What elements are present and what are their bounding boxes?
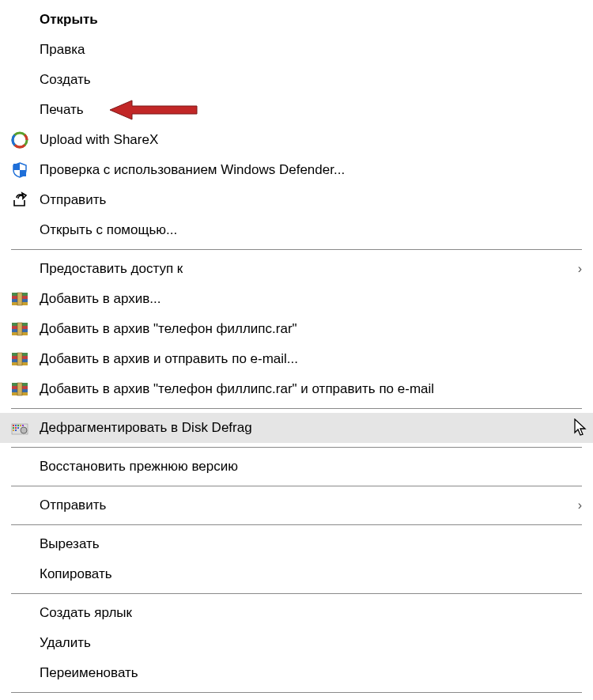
svg-point-41 [21, 427, 27, 433]
menu-item-label: Создать [40, 72, 582, 88]
defrag-icon [11, 419, 40, 437]
winrar-icon [11, 320, 40, 338]
menu-item-label: Открыть [40, 12, 582, 28]
menu-item-label: Отправить [40, 192, 582, 208]
menu-item[interactable]: Вырезать [0, 529, 593, 559]
winrar-icon [11, 380, 40, 398]
menu-item-label: Удалить [40, 635, 582, 651]
menu-item[interactable]: Переименовать [0, 658, 593, 688]
menu-separator [11, 408, 582, 409]
menu-item[interactable]: Отправить [0, 185, 593, 215]
menu-item-label: Отправить [40, 498, 566, 513]
menu-item[interactable]: Добавить в архив и отправить по e-mail..… [0, 344, 593, 374]
chevron-right-icon: › [566, 262, 582, 276]
winrar-icon [11, 290, 40, 308]
menu-item-label: Правка [40, 42, 582, 58]
svg-rect-35 [22, 425, 24, 426]
defender-icon [11, 161, 40, 179]
svg-rect-33 [17, 425, 19, 426]
context-menu: ОткрытьПравкаСоздатьПечатьUpload with Sh… [0, 0, 593, 700]
menu-item-label: Открыть с помощью... [40, 222, 582, 238]
menu-item[interactable]: Свойства [0, 697, 593, 700]
menu-item[interactable]: Добавить в архив "телефон филлипс.rar" [0, 314, 593, 344]
svg-rect-34 [20, 425, 21, 426]
menu-item[interactable]: Upload with ShareX [0, 125, 593, 155]
menu-item[interactable]: Добавить в архив... [0, 284, 593, 314]
menu-item[interactable]: Копировать [0, 559, 593, 589]
svg-rect-4 [13, 164, 20, 170]
menu-item[interactable]: Отправить› [0, 490, 593, 520]
chevron-right-icon: › [566, 498, 582, 513]
svg-rect-29 [17, 383, 22, 395]
share-out-icon [11, 191, 40, 209]
menu-separator [11, 524, 582, 525]
menu-item-label: Добавить в архив "телефон филлипс.rar" и… [40, 381, 582, 397]
menu-item-label: Переименовать [40, 665, 582, 681]
winrar-icon [11, 350, 40, 368]
menu-item[interactable]: Открыть с помощью... [0, 215, 593, 245]
menu-item[interactable]: Предоставить доступ к› [0, 254, 593, 284]
svg-rect-31 [13, 425, 14, 426]
menu-item-label: Предоставить доступ к [40, 261, 566, 277]
menu-item-label: Upload with ShareX [40, 132, 582, 148]
svg-rect-36 [13, 427, 14, 429]
menu-separator [11, 593, 582, 594]
menu-item[interactable]: Удалить [0, 628, 593, 658]
menu-item-label: Создать ярлык [40, 605, 582, 621]
menu-item-label: Добавить в архив... [40, 291, 582, 307]
menu-item[interactable]: Дефрагментировать в Disk Defrag [0, 413, 593, 443]
menu-item-label: Дефрагментировать в Disk Defrag [40, 420, 582, 436]
svg-rect-23 [17, 353, 22, 365]
menu-item[interactable]: Добавить в архив "телефон филлипс.rar" и… [0, 374, 593, 404]
menu-item-label: Печать [40, 102, 582, 118]
menu-separator [11, 486, 582, 486]
menu-item[interactable]: Создать [0, 65, 593, 95]
menu-item-label: Восстановить прежнюю версию [40, 459, 582, 475]
menu-item-label: Добавить в архив "телефон филлипс.rar" [40, 321, 582, 337]
menu-item-label: Проверка с использованием Windows Defend… [40, 162, 582, 178]
menu-item-label: Копировать [40, 566, 582, 582]
menu-item[interactable]: Правка [0, 35, 593, 65]
menu-item[interactable]: Открыть [0, 5, 593, 35]
svg-rect-17 [17, 323, 22, 335]
svg-rect-40 [15, 429, 17, 431]
menu-item[interactable]: Восстановить прежнюю версию [0, 452, 593, 482]
menu-item[interactable]: Проверка с использованием Windows Defend… [0, 155, 593, 185]
sharex-icon [11, 131, 40, 149]
menu-item[interactable]: Печать [0, 95, 593, 125]
menu-separator [11, 249, 582, 250]
svg-rect-37 [15, 427, 17, 429]
svg-rect-32 [15, 425, 17, 426]
svg-rect-38 [17, 427, 19, 429]
svg-rect-5 [20, 170, 26, 176]
menu-separator [11, 447, 582, 448]
menu-item-label: Добавить в архив и отправить по e-mail..… [40, 351, 582, 367]
menu-separator [11, 692, 582, 693]
svg-rect-39 [13, 429, 14, 431]
menu-item-label: Вырезать [40, 536, 582, 552]
svg-rect-11 [17, 293, 22, 305]
menu-item[interactable]: Создать ярлык [0, 598, 593, 628]
